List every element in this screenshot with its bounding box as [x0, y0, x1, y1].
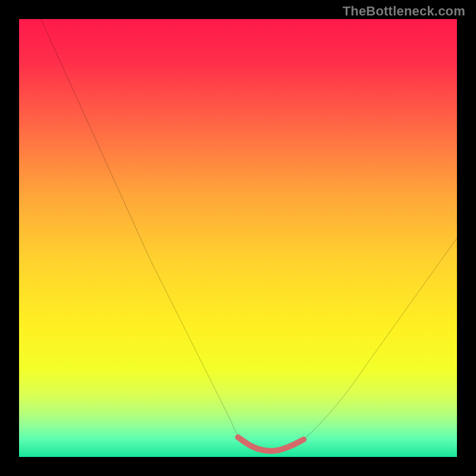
sweet-spot-band: [238, 437, 303, 451]
curve-layer: [19, 19, 457, 457]
bottleneck-curve: [41, 19, 457, 453]
chart-frame: TheBottleneck.com: [0, 0, 476, 476]
watermark-label: TheBottleneck.com: [343, 4, 465, 19]
plot-area: [19, 19, 457, 457]
